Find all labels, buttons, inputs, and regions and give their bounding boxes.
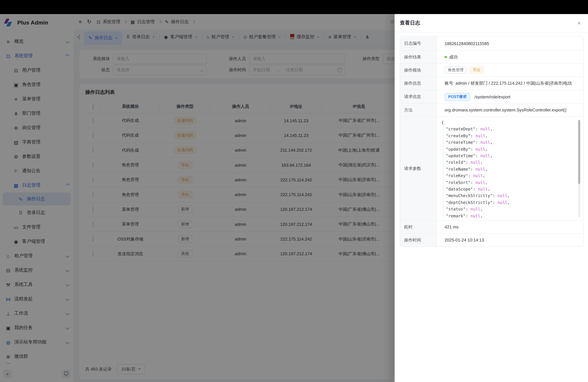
time-value: 2025-01-24 10:14:13 <box>437 234 583 246</box>
drawer-title: 查看日志 <box>400 20 420 26</box>
json-line: "createBy": null, <box>441 133 580 139</box>
scrollbar-thumb[interactable] <box>578 120 580 184</box>
success-dot-icon <box>445 56 447 58</box>
json-line: "createTime": null, <box>441 139 580 146</box>
method-value: org.dromara.system.controller.system.Sys… <box>437 104 583 116</box>
app-root: Plus Admin ≡ 概览 ⊡ 系统管理 Ω 用户管理 <box>0 0 588 382</box>
json-line: "updateBy": null, <box>441 146 580 153</box>
log-id-value: 1882612840802115585 <box>437 37 583 50</box>
detail-row-module: 操作模块 角色管理 导出 <box>400 64 583 77</box>
json-line: "roleId": null, <box>441 159 580 166</box>
detail-row-info: 操作信息 账号: admin / 研发部门 / 222.175.114.242 … <box>400 77 583 90</box>
top-black-bar <box>0 0 588 14</box>
export-tag: 导出 <box>469 66 484 74</box>
json-line: "roleSort": null, <box>441 179 580 186</box>
operation-info-value: 账号: admin / 研发部门 / 222.175.114.242 / 中国|… <box>437 77 583 90</box>
detail-row-log-id: 日志编号 1882612840802115585 <box>400 37 583 51</box>
json-line: "roleName": null, <box>441 166 580 173</box>
json-line: "updateTime": null, <box>441 153 580 159</box>
drawer-body: 日志编号 1882612840802115585 操作结果 成功 操作模块 角色… <box>395 32 588 247</box>
result-text: 成功 <box>449 54 458 60</box>
detail-row-time: 操作时间 2025-01-24 10:14:13 <box>400 234 583 246</box>
json-line: { <box>441 119 580 126</box>
cost-value: 421 ms <box>437 221 583 233</box>
view-log-drawer: 查看日志 × 日志编号 1882612840802115585 操作结果 成功 … <box>395 14 588 382</box>
json-line: "deptCheckStrictly": null, <box>441 199 580 206</box>
detail-row-params: 请求参数 { "createDept": null, <box>400 117 583 221</box>
close-icon[interactable]: × <box>577 20 581 26</box>
request-params-json: { "createDept": null, "createBy": null, … <box>441 119 580 218</box>
modal-dim-overlay[interactable] <box>0 14 395 382</box>
detail-row-method: 方法 org.dromara.system.controller.system.… <box>400 104 583 117</box>
module-tag: 角色管理 <box>445 66 467 74</box>
detail-row-request: 请求信息 POST请求 /system/role/export <box>400 90 583 104</box>
json-line: "roleKey": null, <box>441 173 580 179</box>
detail-row-cost: 耗时 421 ms <box>400 221 583 234</box>
json-line: "remark": null, <box>441 212 580 218</box>
log-detail-table: 日志编号 1882612840802115585 操作结果 成功 操作模块 角色… <box>400 36 584 247</box>
detail-row-result: 操作结果 成功 <box>400 51 583 64</box>
post-method-tag: POST请求 <box>445 93 470 101</box>
json-line: "createDept": null, <box>441 126 580 133</box>
indent-guide <box>443 127 443 218</box>
json-line: "status": null, <box>441 206 580 213</box>
json-line: "menuCheckStrictly": null, <box>441 193 580 199</box>
drawer-header: 查看日志 × <box>395 14 588 32</box>
json-line: "dataScope": null, <box>441 186 580 193</box>
request-path: /system/role/export <box>475 94 510 99</box>
